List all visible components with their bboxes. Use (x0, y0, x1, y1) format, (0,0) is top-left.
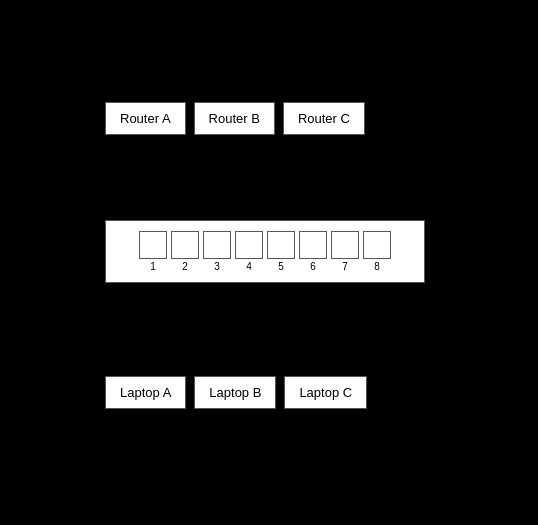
laptop-a-label: Laptop A (120, 385, 171, 400)
network-diagram: Router A Router B Router C 1 2 3 (0, 0, 538, 525)
laptop-a[interactable]: Laptop A (105, 376, 186, 409)
port-6-label: 6 (310, 261, 316, 272)
router-b-label: Router B (209, 111, 260, 126)
port-1[interactable] (139, 231, 167, 259)
port-3-wrapper: 3 (203, 231, 231, 272)
laptop-b[interactable]: Laptop B (194, 376, 276, 409)
laptops-row: Laptop A Laptop B Laptop C (105, 376, 367, 409)
router-a[interactable]: Router A (105, 102, 186, 135)
port-7-label: 7 (342, 261, 348, 272)
port-3[interactable] (203, 231, 231, 259)
port-5[interactable] (267, 231, 295, 259)
router-c[interactable]: Router C (283, 102, 365, 135)
port-4-wrapper: 4 (235, 231, 263, 272)
port-2[interactable] (171, 231, 199, 259)
port-6[interactable] (299, 231, 327, 259)
router-a-label: Router A (120, 111, 171, 126)
switch-ports: 1 2 3 4 5 6 7 (139, 231, 391, 272)
port-5-label: 5 (278, 261, 284, 272)
port-1-label: 1 (150, 261, 156, 272)
port-7-wrapper: 7 (331, 231, 359, 272)
port-6-wrapper: 6 (299, 231, 327, 272)
laptop-b-label: Laptop B (209, 385, 261, 400)
routers-row: Router A Router B Router C (105, 102, 365, 135)
port-1-wrapper: 1 (139, 231, 167, 272)
port-8[interactable] (363, 231, 391, 259)
port-4-label: 4 (246, 261, 252, 272)
port-5-wrapper: 5 (267, 231, 295, 272)
port-8-label: 8 (374, 261, 380, 272)
port-7[interactable] (331, 231, 359, 259)
laptop-c-label: Laptop C (299, 385, 352, 400)
port-3-label: 3 (214, 261, 220, 272)
laptop-c[interactable]: Laptop C (284, 376, 367, 409)
port-2-label: 2 (182, 261, 188, 272)
port-4[interactable] (235, 231, 263, 259)
switch-box: 1 2 3 4 5 6 7 (105, 220, 425, 283)
port-2-wrapper: 2 (171, 231, 199, 272)
router-b[interactable]: Router B (194, 102, 275, 135)
router-c-label: Router C (298, 111, 350, 126)
port-8-wrapper: 8 (363, 231, 391, 272)
